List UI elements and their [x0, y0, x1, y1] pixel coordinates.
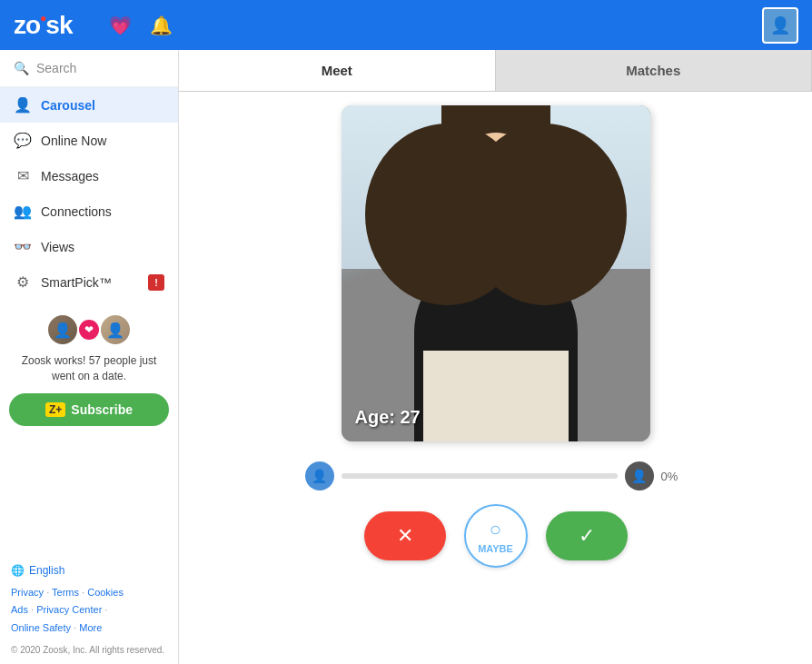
sidebar-item-carousel[interactable]: 👤 Carousel	[0, 87, 178, 123]
maybe-label: MAYBE	[478, 543, 513, 554]
sidebar-carousel-label: Carousel	[41, 98, 95, 113]
online-icon: 💬	[14, 132, 32, 149]
notifications-icon[interactable]: 🔔	[150, 15, 173, 36]
promo-text: Zoosk works! 57 people just went on a da…	[9, 353, 169, 384]
sidebar-smartpick-label: SmartPick™	[41, 275, 112, 290]
tab-matches[interactable]: Matches	[496, 50, 813, 91]
sidebar-promo: 👤 ❤ 👤 Zoosk works! 57 people just went o…	[9, 313, 169, 426]
sidebar-footer: 🌐 English Privacy · Terms · Cookies Ads …	[0, 555, 178, 664]
dislike-button[interactable]: ✕	[364, 511, 446, 560]
card-area: Age: 27 👤 👤 0% ✕ ○ MAYBE	[179, 92, 812, 664]
header-nav-icons: 💗 🔔	[109, 15, 173, 36]
user-avatar[interactable]: 👤	[762, 7, 798, 44]
body-bottom	[423, 351, 569, 441]
main-content: Meet Matches	[179, 50, 812, 664]
sidebar-item-online-now[interactable]: 💬 Online Now	[0, 123, 178, 158]
connections-icon: 👥	[14, 203, 32, 220]
progress-percentage: 0%	[661, 470, 687, 483]
terms-link[interactable]: Terms	[52, 587, 79, 598]
promo-avatars: 👤 ❤ 👤	[9, 313, 169, 346]
views-icon: 👓	[14, 238, 32, 255]
profile-card-container: Age: 27	[342, 105, 650, 451]
more-link[interactable]: More	[79, 622, 102, 633]
promo-avatar-1: 👤	[46, 313, 79, 346]
privacy-center-link[interactable]: Privacy Center	[36, 604, 102, 615]
sidebar-connections-label: Connections	[41, 204, 112, 219]
sidebar-item-messages[interactable]: ✉ Messages	[0, 158, 178, 193]
search-icon: 🔍	[14, 61, 29, 75]
profile-card[interactable]: Age: 27	[342, 105, 650, 441]
user-avatar-area[interactable]: 👤	[762, 7, 798, 44]
sidebar-item-smartpick[interactable]: ⚙ SmartPick™ !	[0, 264, 178, 300]
language-label: English	[29, 564, 64, 577]
progress-target-icon: 👤	[625, 461, 654, 491]
maybe-icon: ○	[490, 518, 501, 541]
maybe-button[interactable]: ○ MAYBE	[464, 504, 528, 568]
tab-meet[interactable]: Meet	[179, 50, 496, 91]
sidebar-item-views[interactable]: 👓 Views	[0, 229, 178, 264]
sidebar-online-label: Online Now	[41, 134, 106, 148]
language-selector[interactable]: 🌐 English	[11, 564, 167, 577]
dislike-icon: ✕	[397, 524, 413, 548]
profile-age: Age: 27	[355, 407, 421, 428]
sidebar-item-connections[interactable]: 👥 Connections	[0, 193, 178, 229]
avatar-icon: 👤	[770, 15, 790, 35]
app-header: zo●sk 💗 🔔 👤	[0, 0, 812, 50]
promo-heart-icon: ❤	[79, 320, 99, 340]
smartpick-badge: !	[148, 274, 164, 291]
progress-bar-track	[342, 473, 618, 479]
cookies-link[interactable]: Cookies	[87, 587, 124, 598]
carousel-icon: 👤	[14, 96, 32, 114]
subscribe-button[interactable]: Z+ Subscribe	[9, 393, 169, 426]
search-label: Search	[36, 61, 76, 75]
hair-right	[463, 124, 627, 305]
smartpick-icon: ⚙	[14, 273, 32, 291]
sidebar: 🔍 Search 👤 Carousel 💬 Online Now ✉ Messa…	[0, 50, 179, 664]
copyright-text: © 2020 Zoosk, Inc. All rights reserved.	[11, 645, 167, 655]
action-buttons: ✕ ○ MAYBE ✓	[364, 504, 628, 568]
main-layout: 🔍 Search 👤 Carousel 💬 Online Now ✉ Messa…	[0, 50, 812, 664]
like-icon: ✓	[579, 524, 595, 548]
progress-area: 👤 👤 0%	[305, 461, 687, 491]
meet-matches-tabs: Meet Matches	[179, 50, 812, 92]
privacy-link[interactable]: Privacy	[11, 587, 44, 598]
promo-avatar-2: 👤	[99, 313, 132, 346]
activity-icon[interactable]: 💗	[109, 15, 132, 36]
online-safety-link[interactable]: Online Safety	[11, 622, 71, 633]
progress-user-icon: 👤	[305, 461, 334, 491]
globe-icon: 🌐	[11, 564, 25, 577]
profile-image	[342, 105, 650, 441]
like-button[interactable]: ✓	[546, 511, 628, 560]
app-logo: zo●sk	[14, 11, 73, 40]
ads-link[interactable]: Ads	[11, 604, 28, 615]
sidebar-views-label: Views	[41, 240, 74, 254]
subscribe-label: Subscribe	[71, 402, 133, 417]
search-box[interactable]: 🔍 Search	[0, 50, 178, 87]
sidebar-messages-label: Messages	[41, 169, 99, 183]
z-plus-badge: Z+	[45, 402, 65, 417]
messages-icon: ✉	[14, 167, 32, 184]
footer-links: Privacy · Terms · Cookies Ads · Privacy …	[11, 584, 167, 638]
